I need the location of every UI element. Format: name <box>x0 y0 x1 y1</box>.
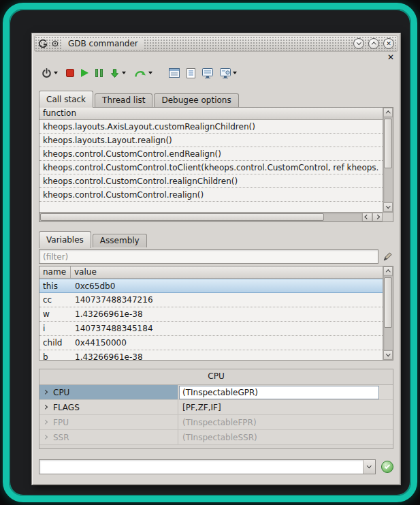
scroll-track[interactable] <box>383 117 393 202</box>
callstack-header[interactable]: function <box>39 108 383 120</box>
chevron-left-icon <box>365 215 369 219</box>
variable-name: child <box>39 336 71 350</box>
variable-row[interactable]: this 0xc65db0 <box>39 279 383 293</box>
filter-input[interactable] <box>39 249 378 264</box>
expander-icon[interactable] <box>39 400 51 414</box>
tab-variables[interactable]: Variables <box>39 231 91 248</box>
variable-value: 0xc65db0 <box>71 279 383 292</box>
chevron-down-icon <box>386 352 390 356</box>
close-button[interactable]: ✕ <box>383 38 394 49</box>
cpu-row[interactable]: CPU (TInspectableGPR) <box>39 385 393 400</box>
variable-row[interactable]: w 1.43266961e-38 <box>39 307 383 322</box>
cpu-row[interactable]: SSR (TInspectableSSR) <box>39 430 393 445</box>
panel-close-button[interactable]: ✕ <box>387 53 394 61</box>
scroll-thumb[interactable] <box>384 277 392 328</box>
chevron-down-icon <box>357 40 361 44</box>
cpu-row-value: (TInspectableSSR) <box>178 430 393 444</box>
run-button[interactable] <box>81 66 88 80</box>
variable-name: this <box>39 279 71 292</box>
tab-thread-list[interactable]: Thread list <box>95 93 152 107</box>
pause-button[interactable] <box>95 66 103 80</box>
variable-value: 1.43266961e-38 <box>71 307 383 321</box>
scroll-up-button[interactable] <box>383 108 393 117</box>
chevron-down-icon <box>386 204 390 208</box>
shade-button[interactable] <box>353 38 364 49</box>
monitor-camera-dropdown[interactable] <box>233 72 237 74</box>
step-into-button[interactable] <box>110 66 120 80</box>
variable-name: b <box>39 350 71 360</box>
titlebar[interactable]: GDB commander ✕ <box>34 35 398 52</box>
callstack-hscrollbar[interactable] <box>39 212 393 221</box>
pin-icon[interactable] <box>52 40 59 47</box>
callstack-row[interactable]: kheops.control.CustomControl.realign() <box>39 188 383 202</box>
combobox-dropdown-button[interactable] <box>363 460 375 474</box>
filter-pen-icon[interactable] <box>382 251 393 262</box>
scroll-thumb[interactable] <box>384 119 392 168</box>
variables-rows: this 0xc65db0 cc 140737488347216 w 1.432… <box>39 279 383 360</box>
window-list-icon <box>169 68 180 78</box>
power-button[interactable] <box>42 66 52 80</box>
step-into-dropdown[interactable] <box>122 72 126 74</box>
callstack-row[interactable]: kheops.control.CustomControl.endRealign(… <box>39 147 383 161</box>
stop-icon <box>66 69 74 77</box>
tab-call-stack[interactable]: Call stack <box>39 91 93 108</box>
step-over-button[interactable] <box>134 66 146 80</box>
cpu-row[interactable]: FPU (TInspectableFPR) <box>39 415 393 430</box>
expander-icon[interactable] <box>39 385 51 399</box>
cpu-row-name: FPU <box>51 415 178 429</box>
stop-button[interactable] <box>66 66 74 80</box>
scroll-down-button[interactable] <box>383 350 393 360</box>
cpu-row-name: FLAGS <box>51 400 178 414</box>
cpu-row-value: (TInspectableFPR) <box>178 415 393 429</box>
cpu-value-editor[interactable]: (TInspectableGPR) <box>179 386 379 399</box>
document-list-button[interactable] <box>187 66 195 80</box>
scroll-up-button[interactable] <box>383 266 393 276</box>
expander-icon[interactable] <box>39 430 51 444</box>
execute-button[interactable] <box>381 461 393 473</box>
callstack-row[interactable]: kheops.control.CustomControl.toClient(kh… <box>39 161 383 174</box>
tab-debugee-options[interactable]: Debugee options <box>154 93 238 107</box>
scroll-track[interactable] <box>383 276 393 350</box>
scroll-track[interactable] <box>39 213 362 221</box>
variables-vscrollbar[interactable] <box>383 266 393 360</box>
variable-row[interactable]: cc 140737488347216 <box>39 293 383 307</box>
column-function[interactable]: function <box>39 108 383 120</box>
variable-row[interactable]: b 1.43266961e-38 <box>39 350 383 360</box>
callstack-vscrollbar[interactable] <box>383 108 393 212</box>
column-name[interactable]: name <box>39 266 71 279</box>
scroll-left-button[interactable] <box>362 213 372 221</box>
scroll-down-button[interactable] <box>383 202 393 212</box>
chevron-up-icon <box>386 111 390 115</box>
column-value[interactable]: value <box>71 266 383 279</box>
cpu-row-value: [PF,ZF,IF] <box>178 400 393 414</box>
callstack-row[interactable]: kheops.layouts.Layout.realign() <box>39 134 383 147</box>
window-list-button[interactable] <box>169 66 180 80</box>
chevron-right-icon <box>375 215 379 219</box>
cpu-panel: CPU CPU (TInspectableGPR) FLAGS [PF,ZF,I… <box>39 369 393 449</box>
variable-row[interactable]: i 140737488345184 <box>39 322 383 336</box>
power-dropdown[interactable] <box>54 72 58 74</box>
variable-value: 0x44150000 <box>71 336 383 350</box>
callstack-row[interactable]: kheops.control.CustomControl.realignChil… <box>39 174 383 188</box>
command-row <box>39 459 393 475</box>
scroll-right-button[interactable] <box>372 213 383 221</box>
command-input[interactable] <box>39 460 363 474</box>
window-title: GDB commander <box>62 38 144 49</box>
command-combobox[interactable] <box>39 459 376 474</box>
monitor-camera-icon <box>220 68 231 78</box>
variable-row[interactable]: child 0x44150000 <box>39 336 383 350</box>
power-icon <box>42 68 52 78</box>
monitor-list-button[interactable] <box>202 66 213 80</box>
close-icon: ✕ <box>386 41 391 47</box>
gdb-commander-window: GDB commander ✕ ✕ <box>31 33 401 485</box>
scroll-thumb[interactable] <box>40 213 324 221</box>
maximize-button[interactable] <box>368 38 379 49</box>
step-over-dropdown[interactable] <box>148 72 152 74</box>
expander-icon[interactable] <box>39 415 51 429</box>
cpu-row[interactable]: FLAGS [PF,ZF,IF] <box>39 400 393 415</box>
callstack-row[interactable]: kheops.layouts.AxisLayout.customRealignC… <box>39 120 383 134</box>
monitor-camera-button[interactable] <box>220 66 231 80</box>
variable-value: 140737488347216 <box>71 293 383 307</box>
tab-assembly[interactable]: Assembly <box>93 234 147 247</box>
variables-header[interactable]: name value <box>39 266 383 279</box>
